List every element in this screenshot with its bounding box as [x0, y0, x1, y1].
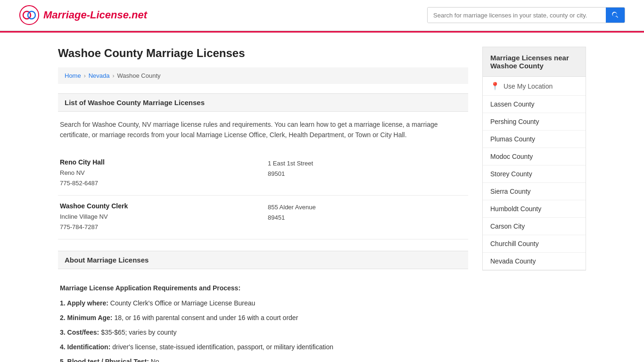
location-address-1: 1 East 1st Street [268, 158, 466, 169]
sidebar-header: Marriage Licenses near Washoe County [482, 47, 586, 77]
about-section: About Marriage Licenses Marriage License… [58, 251, 468, 362]
breadcrumb: Home › Nevada › Washoe County [58, 67, 468, 84]
location-right-2: 855 Alder Avenue 89451 [268, 202, 466, 232]
requirement-item: 4. Identification: driver's license, sta… [60, 342, 466, 352]
sidebar-county-link[interactable]: Churchill County [490, 240, 578, 247]
requirements-list: 1. Apply where: County Clerk's Office or… [60, 298, 466, 362]
breadcrumb-nevada[interactable]: Nevada [89, 72, 110, 79]
location-city-2: Incline Village NV [60, 212, 258, 222]
use-location-label: Use My Location [504, 82, 553, 90]
sidebar-county-link[interactable]: Carson City [490, 222, 578, 230]
about-section-header: About Marriage Licenses [58, 251, 468, 269]
sidebar-county-item[interactable]: Nevada County [483, 253, 586, 270]
requirement-item: 5. Blood test / Physical Test: No [60, 357, 466, 362]
breadcrumb-sep-1: › [84, 73, 86, 79]
main-wrapper: Washoe County Marriage Licenses Home › N… [39, 33, 605, 362]
sidebar-county-item[interactable]: Churchill County [483, 235, 586, 253]
sidebar-county-link[interactable]: Plumas County [490, 135, 578, 143]
location-zip-1: 89501 [268, 169, 466, 179]
sidebar: Marriage Licenses near Washoe County 📍 U… [482, 47, 586, 362]
location-city-1: Reno NV [60, 168, 258, 178]
location-right-1: 1 East 1st Street 89501 [268, 158, 466, 189]
sidebar-county-item[interactable]: Storey County [483, 165, 586, 183]
search-bar[interactable] [427, 7, 625, 23]
location-phone-2: 775-784-7287 [60, 222, 258, 232]
sidebar-county-link[interactable]: Lassen County [490, 100, 578, 108]
sidebar-county-item[interactable]: Carson City [483, 218, 586, 235]
list-section-header: List of Washoe County Marriage Licenses [58, 93, 468, 112]
sidebar-county-item[interactable]: Modoc County [483, 148, 586, 165]
sidebar-use-location[interactable]: 📍 Use My Location [483, 77, 586, 96]
requirements-title: Marriage License Application Requirement… [60, 284, 466, 292]
sidebar-county-item[interactable]: Plumas County [483, 131, 586, 148]
page-title: Washoe County Marriage Licenses [58, 47, 468, 60]
breadcrumb-sep-2: › [113, 73, 115, 79]
about-content: Marriage License Application Requirement… [58, 277, 468, 362]
location-entry-1: Reno City Hall Reno NV 775-852-6487 1 Ea… [58, 152, 468, 196]
sidebar-county-link[interactable]: Sierra County [490, 188, 578, 195]
location-left-1: Reno City Hall Reno NV 775-852-6487 [60, 158, 258, 189]
logo-text: Marriage-License.net [43, 9, 147, 21]
sidebar-county-link[interactable]: Storey County [490, 170, 578, 178]
sidebar-list: 📍 Use My Location Lassen CountyPershing … [482, 77, 586, 271]
location-zip-2: 89451 [268, 213, 466, 223]
breadcrumb-current: Washoe County [117, 72, 161, 79]
sidebar-county-link[interactable]: Nevada County [490, 257, 578, 265]
logo-icon [19, 5, 40, 25]
breadcrumb-home[interactable]: Home [65, 72, 81, 79]
location-entry-2: Washoe County Clerk Incline Village NV 7… [58, 196, 468, 239]
description: Search for Washoe County, NV marriage li… [58, 119, 468, 140]
sidebar-county-link[interactable]: Pershing County [490, 118, 578, 125]
search-button[interactable] [606, 8, 625, 23]
location-left-2: Washoe County Clerk Incline Village NV 7… [60, 202, 258, 232]
sidebar-county-item[interactable]: Humboldt County [483, 200, 586, 218]
requirement-item: 1. Apply where: County Clerk's Office or… [60, 298, 466, 308]
location-address-2: 855 Alder Avenue [268, 202, 466, 213]
pin-icon: 📍 [490, 82, 500, 90]
sidebar-county-item[interactable]: Pershing County [483, 113, 586, 131]
search-input[interactable] [428, 8, 606, 23]
location-name-2: Washoe County Clerk [60, 202, 258, 210]
requirement-item: 3. Cost/fees: $35-$65; varies by county [60, 328, 466, 337]
sidebar-county-item[interactable]: Sierra County [483, 183, 586, 200]
sidebar-county-link[interactable]: Humboldt County [490, 205, 578, 213]
sidebar-county-link[interactable]: Modoc County [490, 153, 578, 160]
location-name-1: Reno City Hall [60, 158, 258, 166]
content-area: Washoe County Marriage Licenses Home › N… [58, 47, 468, 362]
logo[interactable]: Marriage-License.net [19, 5, 147, 25]
list-section: List of Washoe County Marriage Licenses … [58, 93, 468, 239]
site-header: Marriage-License.net [0, 0, 644, 31]
sidebar-county-item[interactable]: Lassen County [483, 96, 586, 113]
requirement-item: 2. Minimum Age: 18, or 16 with parental … [60, 313, 466, 323]
location-phone-1: 775-852-6487 [60, 178, 258, 189]
